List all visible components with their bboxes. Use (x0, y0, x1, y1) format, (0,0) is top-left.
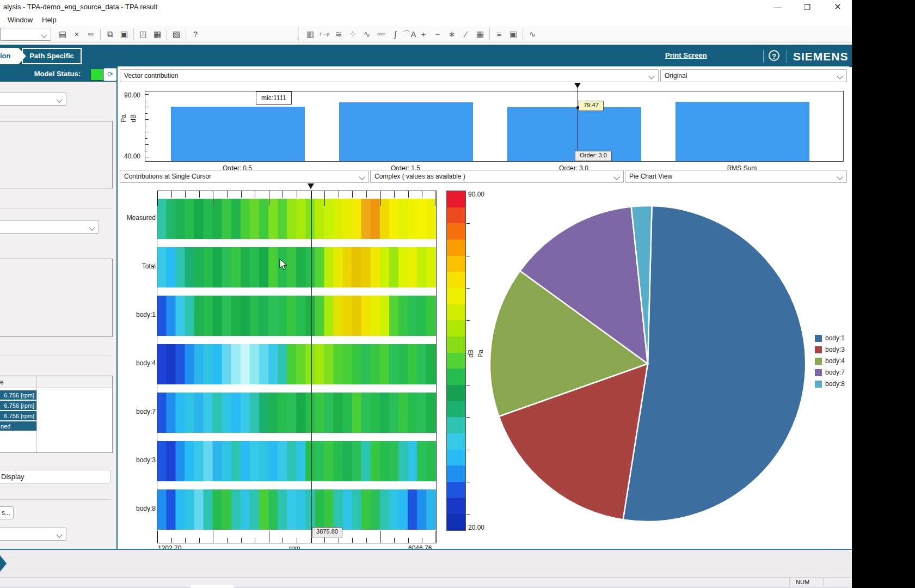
help-circle-icon[interactable]: ? (769, 50, 779, 61)
heatmap-row-body:8[interactable] (157, 489, 436, 530)
plus-icon[interactable]: + (416, 28, 431, 41)
heatmap-row-body:1[interactable] (157, 296, 436, 336)
minus-icon[interactable]: − (431, 28, 445, 41)
bar-Order: 1.5[interactable] (339, 102, 473, 161)
delete-icon[interactable]: × (70, 28, 84, 41)
wave-icon[interactable]: ∿ (525, 28, 539, 41)
colorbar-band (447, 207, 465, 224)
colorbar-band (447, 191, 465, 207)
title-bar: alysis - TPA-demo_eng_source_data - TPA … (0, 0, 852, 14)
close-button[interactable]: ✕ (828, 2, 847, 12)
print-icon[interactable]: ▦ (150, 28, 164, 41)
contribution-pie-chart[interactable] (484, 200, 811, 527)
display-mode-dropdown[interactable]: Original (660, 69, 847, 82)
divider (0, 209, 112, 209)
vector-contribution-bar-chart[interactable] (145, 91, 844, 162)
heatmap-top-tick (213, 191, 213, 206)
export-icon[interactable]: ▧ (169, 28, 183, 41)
fft-chart-icon[interactable]: ▥ (303, 28, 317, 41)
pie-legend: body:1body:3body:4body:7body:8 (815, 334, 853, 394)
table-row[interactable]: 6.756 [rpm] (0, 401, 36, 411)
toolbar-combobox[interactable] (0, 28, 51, 41)
bar-y-max-label: 90.00 (119, 91, 140, 99)
menu-help[interactable]: Help (42, 16, 57, 24)
sidebar-groupbox-1 (0, 121, 113, 188)
minimize-button[interactable]: — (769, 2, 787, 12)
view-dropdown[interactable]: Pie Chart View (625, 170, 847, 183)
colorbar-band (447, 256, 465, 272)
y-axis-tick (145, 138, 148, 139)
rename-icon[interactable]: a|e (84, 28, 98, 41)
function-icon[interactable]: ⌒A (402, 28, 416, 41)
help-icon[interactable]: ? (188, 28, 202, 41)
breadcrumb-current-step[interactable]: Path Specific (22, 48, 82, 64)
function-selector-dropdown[interactable]: Vector contribution (120, 69, 659, 82)
bar-cursor-line[interactable] (578, 88, 578, 161)
heatmap-top-tick (380, 191, 381, 206)
colorbar-band (447, 353, 465, 369)
colorbar-tick (466, 417, 470, 418)
heatmap-top-tick (171, 191, 172, 198)
colorbar-band (447, 385, 465, 401)
heatmap-cursor-line[interactable] (311, 191, 312, 543)
heatmap-top-tick (199, 191, 200, 198)
heatmap-cursor-handle[interactable] (308, 183, 314, 189)
bar-y-axis-unit: Pa (120, 114, 127, 122)
print-screen-link[interactable]: Print Screen (665, 51, 707, 59)
integral-icon[interactable]: ∫ (388, 28, 402, 41)
bar-Order: 3.0[interactable] (507, 107, 641, 161)
f-to-p-icon[interactable]: F→p (317, 28, 331, 41)
sidebar-dropdown-top[interactable] (0, 93, 66, 106)
heatmap-bottom-tick (435, 531, 435, 543)
complex-dropdown[interactable]: Complex ( values as available ) (370, 170, 624, 183)
menu-window[interactable]: Window (8, 16, 33, 24)
heatmap-row-Measured[interactable] (157, 199, 436, 239)
scatter-icon[interactable]: ⁘ (346, 28, 360, 41)
table-row[interactable]: 6.756 [rpm] (0, 411, 36, 421)
contributions-dropdown[interactable]: Contributions at Single Cursor (120, 170, 369, 183)
curve-icon[interactable]: ∿ (360, 28, 374, 41)
heatmap-row-body:7[interactable] (157, 393, 436, 433)
srr-chart-icon[interactable]: ▦ (473, 28, 487, 41)
banner-separator (763, 50, 764, 63)
heatmap-row-body:3[interactable] (157, 441, 436, 481)
waterfall-icon[interactable]: ≋ (331, 28, 346, 41)
colorbar-band (447, 336, 465, 353)
table-row[interactable]: 6.756 [rpm] (0, 390, 36, 400)
y-axis-tick (145, 107, 149, 107)
list-icon[interactable]: ≡ (492, 28, 506, 41)
new-document-icon[interactable]: ▤ (56, 28, 70, 41)
paste-icon[interactable]: ▣ (117, 28, 131, 41)
refresh-icon[interactable]: ⟳ (103, 68, 117, 81)
derivative-icon[interactable]: d/df (374, 28, 388, 41)
bar-cursor-handle[interactable] (574, 83, 581, 88)
restore-button[interactable]: ❐ (798, 2, 816, 12)
multiply-icon[interactable]: ∗ (445, 28, 459, 41)
bar-RMS Sum[interactable] (675, 102, 809, 161)
copy-icon[interactable]: ⧉ (103, 28, 117, 41)
table-row[interactable]: ned (0, 421, 36, 431)
heatmap-top-tick (297, 191, 297, 198)
y-axis-tick (145, 119, 149, 120)
workflow-banner: ion Path Specific Print Screen ? SIEMENS (0, 45, 852, 67)
more-options-button[interactable]: s... (0, 506, 14, 519)
sidebar-dropdown-bottom[interactable] (0, 528, 66, 541)
colorbar-tick (466, 514, 470, 514)
colorbar (446, 191, 466, 531)
heatmap-top-tick (324, 191, 325, 206)
heatmap-bottom-tick (408, 538, 409, 543)
contribution-heatmap[interactable] (157, 191, 437, 543)
heatmap-row-Total[interactable] (157, 247, 436, 287)
print-preview-icon[interactable]: ◰ (136, 28, 150, 41)
save-icon[interactable]: ▣ (506, 28, 520, 41)
heatmap-bottom-tick (297, 538, 297, 543)
set-selector-dropdown[interactable]: t 1 (0, 220, 99, 234)
window-title: alysis - TPA-demo_eng_source_data - TPA … (3, 3, 157, 11)
heatmap-cursor-value: 3875.80 (312, 527, 342, 537)
workflow-nav: TPA ModelTPA LoadsTPA ResultsTime Data S… (7, 554, 16, 573)
heatmap-row-body:4[interactable] (157, 344, 436, 384)
display-field[interactable]: Display (0, 470, 110, 484)
heatmap-bottom-tick (283, 538, 283, 543)
bar-Order: 0.5[interactable] (171, 107, 305, 161)
divide-icon[interactable]: ∕ (459, 28, 473, 41)
